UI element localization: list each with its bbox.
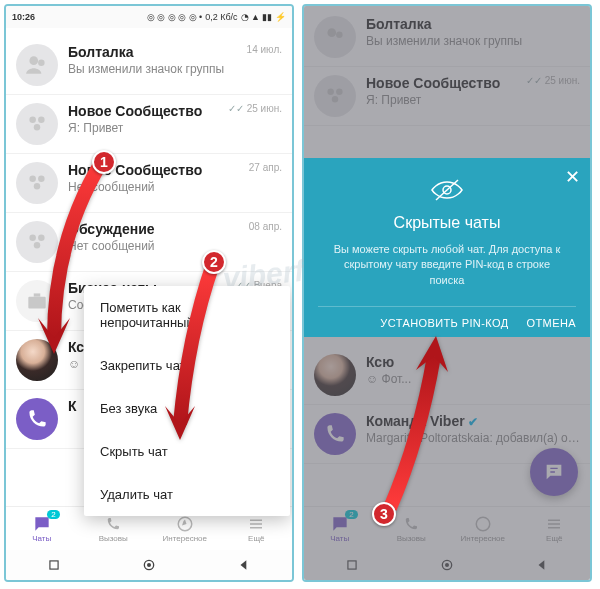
chat-title: Новое Сообщество <box>68 103 222 119</box>
menu-icon <box>246 514 266 534</box>
nav-calls[interactable]: Вызовы <box>78 514 150 543</box>
chat-date: 27 апр. <box>249 162 282 173</box>
chat-item-boltalka[interactable]: Болталка Вы изменили значок группы 14 ию… <box>6 36 292 95</box>
svg-rect-11 <box>28 297 45 309</box>
svg-point-16 <box>147 563 151 567</box>
callout-3: 3 <box>372 502 396 526</box>
chat-item-community-2[interactable]: Новое Сообщество Нет сообщений 27 апр. <box>6 154 292 213</box>
nav-label: Ещё <box>248 534 264 543</box>
context-menu: Пометить как непрочитанный Закрепить чат… <box>84 286 290 516</box>
svg-point-5 <box>29 175 36 182</box>
phone-left: 10:26 ◎ ◎ ◎ ◎ ◎ • 0,2 Кб/с ◔ ▲ ▮▮ ⚡ Болт… <box>4 4 294 582</box>
group-icon <box>16 221 58 263</box>
chat-subtitle: Вы изменили значок группы <box>68 62 241 76</box>
set-pin-button[interactable]: УСТАНОВИТЬ PIN-КОД <box>380 317 508 329</box>
svg-point-1 <box>38 60 45 67</box>
android-nav-bar <box>6 550 292 580</box>
dialog-title: Скрытые чаты <box>318 214 576 232</box>
phone-right: Болталка Вы изменили значок группы Новое… <box>302 4 592 582</box>
nav-label: Интересное <box>163 534 207 543</box>
svg-point-9 <box>38 234 45 241</box>
status-bar: 10:26 ◎ ◎ ◎ ◎ ◎ • 0,2 Кб/с ◔ ▲ ▮▮ ⚡ <box>6 6 292 28</box>
compass-icon <box>175 514 195 534</box>
group-icon <box>16 162 58 204</box>
svg-point-10 <box>34 242 41 249</box>
svg-point-8 <box>29 234 36 241</box>
status-time: 10:26 <box>12 12 35 22</box>
svg-point-3 <box>38 116 45 123</box>
chat-item-discussion[interactable]: Обсуждение Нет сообщений 08 апр. <box>6 213 292 272</box>
home-button[interactable] <box>140 556 158 574</box>
menu-hide-chat[interactable]: Скрыть чат <box>84 430 290 473</box>
avatar-icon <box>16 44 58 86</box>
menu-pin-chat[interactable]: Закрепить чат <box>84 344 290 387</box>
status-icons: ◎ ◎ ◎ ◎ ◎ • 0,2 Кб/с ◔ ▲ ▮▮ ⚡ <box>147 12 287 22</box>
callout-2: 2 <box>202 250 226 274</box>
back-button[interactable] <box>235 556 253 574</box>
cancel-button[interactable]: ОТМЕНА <box>527 317 576 329</box>
group-icon <box>16 103 58 145</box>
chat-date: 08 апр. <box>249 221 282 232</box>
svg-point-7 <box>34 183 41 190</box>
callout-1: 1 <box>92 150 116 174</box>
chat-subtitle: Я: Привет <box>68 121 222 135</box>
briefcase-icon <box>16 280 58 322</box>
svg-point-2 <box>29 116 36 123</box>
nav-label: Чаты <box>32 534 51 543</box>
nav-chats[interactable]: Чаты <box>6 514 78 543</box>
recent-apps-button[interactable] <box>45 556 63 574</box>
svg-point-0 <box>29 56 38 65</box>
phone-icon <box>103 514 123 534</box>
avatar-photo <box>16 339 58 381</box>
menu-mark-unread[interactable]: Пометить как непрочитанный <box>84 286 290 344</box>
viber-icon <box>16 398 58 440</box>
chat-bubble-icon <box>32 514 52 534</box>
svg-rect-12 <box>34 293 41 296</box>
menu-mute[interactable]: Без звука <box>84 387 290 430</box>
hidden-chats-dialog: ✕ Скрытые чаты Вы можете скрыть любой ча… <box>304 158 590 337</box>
nav-label: Вызовы <box>99 534 128 543</box>
chat-item-community-1[interactable]: Новое Сообщество Я: Привет ✓✓ 25 июн. <box>6 95 292 154</box>
eye-off-icon <box>318 178 576 206</box>
chat-title: Обсуждение <box>68 221 243 237</box>
svg-point-4 <box>34 124 41 131</box>
close-icon[interactable]: ✕ <box>565 166 580 188</box>
svg-point-6 <box>38 175 45 182</box>
chat-subtitle: Нет сообщений <box>68 180 243 194</box>
svg-rect-14 <box>50 561 58 569</box>
chat-title: Болталка <box>68 44 241 60</box>
menu-delete-chat[interactable]: Удалить чат <box>84 473 290 516</box>
chat-date: ✓✓ 25 июн. <box>228 103 282 114</box>
chat-date: 14 июл. <box>247 44 282 55</box>
nav-more[interactable]: Ещё <box>221 514 293 543</box>
nav-explore[interactable]: Интересное <box>149 514 221 543</box>
dialog-body: Вы можете скрыть любой чат. Для доступа … <box>318 242 576 288</box>
